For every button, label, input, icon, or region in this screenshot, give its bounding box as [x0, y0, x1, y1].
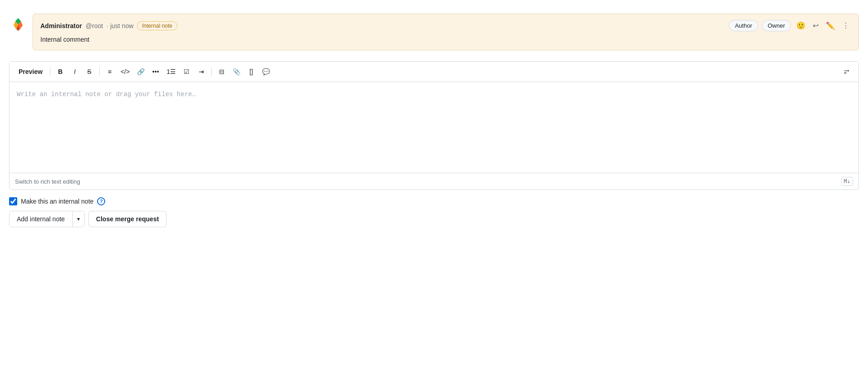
- internal-note-label[interactable]: Make this an internal note: [21, 198, 93, 205]
- code-block-icon: []: [249, 68, 253, 75]
- add-note-dropdown-button[interactable]: ▾: [73, 211, 84, 227]
- link-button[interactable]: 🔗: [134, 65, 147, 78]
- fullscreen-icon: ⥂: [844, 68, 849, 75]
- code-block-button[interactable]: []: [245, 65, 258, 78]
- close-merge-request-button[interactable]: Close merge request: [88, 211, 167, 227]
- comment-block: Administrator @root · just now Internal …: [9, 9, 859, 50]
- emoji-icon: 🙂: [796, 21, 805, 30]
- numbered-list-button[interactable]: 1☰: [164, 65, 179, 78]
- toolbar-divider-1: [50, 67, 50, 76]
- paperclip-icon: 📎: [233, 68, 240, 75]
- owner-button[interactable]: Owner: [762, 20, 791, 31]
- code-button[interactable]: </>: [118, 65, 132, 78]
- internal-note-checkbox[interactable]: [9, 197, 17, 205]
- author-info: Administrator @root · just now Internal …: [40, 21, 177, 30]
- internal-note-badge: Internal note: [137, 21, 177, 30]
- action-buttons: Add internal note ▾ Close merge request: [9, 211, 859, 227]
- editor-placeholder: Write an internal note or drag your file…: [17, 89, 851, 99]
- author-handle: @root: [86, 22, 103, 29]
- editor-footer: Switch to rich text editing M↓: [10, 173, 858, 190]
- checklist-button[interactable]: ☑: [180, 65, 193, 78]
- toolbar-divider-2: [99, 67, 100, 76]
- comment-icon: 💬: [262, 68, 270, 75]
- comment-actions: Author Owner 🙂 ↩ ✏️ ⋮: [729, 19, 851, 32]
- bullet-list-button[interactable]: •••: [149, 65, 162, 78]
- bold-button[interactable]: B: [54, 65, 67, 78]
- markdown-icon: M↓: [841, 177, 853, 186]
- avatar: [9, 15, 27, 34]
- reply-button[interactable]: ↩: [811, 19, 820, 32]
- add-internal-note-button[interactable]: Add internal note: [10, 211, 73, 227]
- ordered-list-icon: ≡: [108, 68, 112, 75]
- author-button[interactable]: Author: [729, 20, 758, 31]
- edit-button[interactable]: ✏️: [824, 19, 837, 32]
- add-note-button-group: Add internal note ▾: [9, 211, 85, 227]
- checklist-icon: ☑: [184, 68, 190, 75]
- help-icon[interactable]: ?: [97, 197, 105, 205]
- toolbar-divider-3: [211, 67, 212, 76]
- indent-icon: ⇥: [199, 68, 204, 75]
- strikethrough-button[interactable]: S: [83, 65, 96, 78]
- preview-button[interactable]: Preview: [15, 66, 46, 77]
- link-icon: 🔗: [137, 68, 145, 75]
- bullet-list-icon: •••: [152, 68, 159, 75]
- author-name: Administrator: [40, 22, 82, 29]
- bottom-controls: Make this an internal note ? Add interna…: [9, 197, 859, 227]
- comment-body: Internal comment: [40, 34, 851, 44]
- numbered-list-icon: 1☰: [166, 68, 176, 75]
- comment-bubble: Administrator @root · just now Internal …: [33, 14, 859, 50]
- comment-button[interactable]: 💬: [259, 65, 273, 78]
- italic-button[interactable]: I: [68, 65, 81, 78]
- ellipsis-icon: ⋮: [842, 21, 849, 30]
- editor-toolbar: Preview B I S ≡ </> 🔗 ••• 1☰ ☑ ⇥ ⊟: [10, 62, 858, 82]
- attach-button[interactable]: 📎: [230, 65, 243, 78]
- switch-to-rich-text[interactable]: Switch to rich text editing: [15, 178, 80, 185]
- table-button[interactable]: ⊟: [215, 65, 228, 78]
- emoji-button[interactable]: 🙂: [795, 19, 807, 32]
- fullscreen-button[interactable]: ⥂: [840, 65, 853, 78]
- comment-header: Administrator @root · just now Internal …: [40, 19, 851, 32]
- code-icon: </>: [121, 68, 130, 75]
- indent-button[interactable]: ⇥: [195, 65, 208, 78]
- editor-container: Preview B I S ≡ </> 🔗 ••• 1☰ ☑ ⇥ ⊟: [9, 61, 859, 190]
- reply-icon: ↩: [813, 21, 819, 30]
- timestamp: · just now: [107, 22, 133, 29]
- more-options-button[interactable]: ⋮: [840, 19, 851, 32]
- editor-body[interactable]: Write an internal note or drag your file…: [10, 82, 858, 173]
- table-icon: ⊟: [219, 68, 224, 75]
- internal-note-row: Make this an internal note ?: [9, 197, 859, 205]
- ordered-list-button[interactable]: ≡: [103, 65, 116, 78]
- pencil-icon: ✏️: [826, 21, 835, 30]
